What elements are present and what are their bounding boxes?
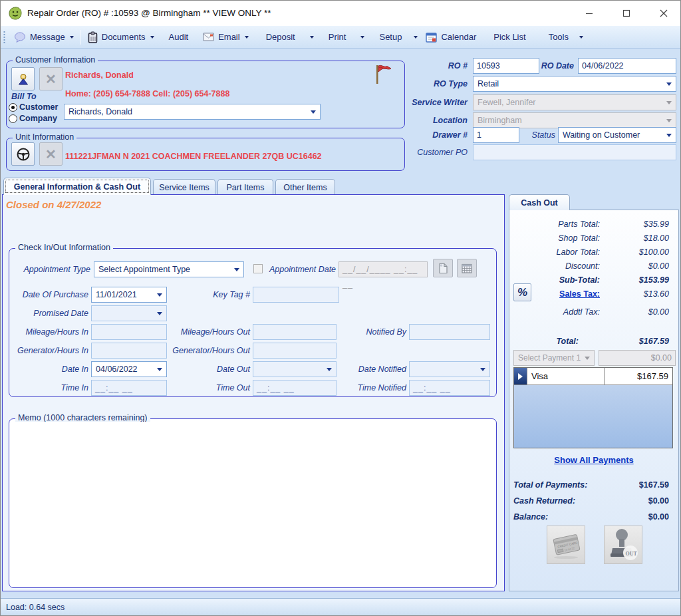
tab-other-items[interactable]: Other Items	[275, 179, 335, 195]
documents-dropdown-arrow-icon[interactable]	[150, 36, 154, 39]
print-label: Print	[329, 32, 346, 42]
appointment-date-field: __/__/____ __:__ __	[339, 261, 428, 277]
date-in-arrow-icon[interactable]	[157, 368, 162, 371]
sub-total-label: Sub-Total:	[559, 275, 600, 285]
audit-button[interactable]: Audit	[165, 29, 193, 46]
minimize-button[interactable]	[574, 1, 605, 26]
time-out-field[interactable]: __:__ __	[253, 380, 337, 396]
show-all-payments-link[interactable]: Show All Payments	[509, 455, 678, 465]
tab-general-information[interactable]: General Information & Cash Out	[3, 178, 151, 195]
date-of-purchase-combo[interactable]: 11/01/2021	[91, 287, 167, 303]
message-dropdown-arrow-icon[interactable]	[70, 36, 74, 39]
radio-customer-icon[interactable]	[9, 103, 17, 112]
tab-part-items[interactable]: Part Items	[217, 179, 273, 195]
generator-in-label: Generator/Hours In	[1, 343, 88, 359]
tab-other-label: Other Items	[283, 183, 327, 192]
toolbar-separator	[80, 30, 81, 45]
discount-value: $0.00	[648, 261, 669, 271]
payment-amount-cell[interactable]: $167.59	[605, 368, 672, 385]
customer-po-field[interactable]	[473, 144, 676, 160]
ro-date-field[interactable]	[578, 58, 676, 74]
print-dropdown-arrow-icon[interactable]	[360, 36, 364, 39]
setup-menu[interactable]: Setup	[375, 29, 422, 46]
tab-service-items[interactable]: Service Items	[153, 179, 215, 195]
deposit-menu[interactable]: Deposit	[262, 29, 318, 46]
sales-tax-percent-button[interactable]: %	[513, 283, 531, 301]
pick-list-button[interactable]: Pick List	[489, 29, 529, 46]
promised-date-label: Promised Date	[7, 305, 88, 321]
mileage-out-field[interactable]	[253, 324, 337, 340]
tools-menu[interactable]: Tools	[545, 29, 587, 46]
key-tag-label: Key Tag #	[170, 287, 250, 303]
appointment-new-doc-button	[433, 259, 453, 277]
sales-tax-link[interactable]: Sales Tax:	[559, 289, 600, 299]
drawer-label: Drawer #	[401, 127, 468, 143]
row-selector-cell[interactable]	[514, 368, 527, 385]
payment-method-cell[interactable]: Visa	[527, 368, 605, 385]
generator-out-field[interactable]	[253, 343, 337, 359]
documents-menu[interactable]: Documents	[84, 29, 158, 46]
documents-label: Documents	[102, 32, 146, 42]
bill-to-company-option[interactable]: Company	[9, 114, 57, 123]
calendar-icon	[426, 32, 437, 43]
calendar-button[interactable]: Calendar	[422, 29, 480, 46]
ro-type-combo[interactable]: Retail	[473, 76, 676, 92]
tools-label: Tools	[549, 32, 569, 42]
date-in-combo[interactable]: 04/06/2022	[91, 361, 167, 377]
date-notified-arrow-icon[interactable]	[480, 368, 485, 371]
credit-card-button: CREDIT CARD 10 64 22	[547, 526, 585, 564]
promised-date-arrow-icon[interactable]	[157, 312, 162, 315]
status-combo[interactable]: Waiting on Customer	[558, 127, 676, 143]
labor-total-value: $100.00	[639, 247, 669, 257]
time-in-field[interactable]: __:__ __	[91, 380, 167, 396]
date-notified-combo[interactable]	[409, 361, 490, 377]
customer-lookup-button[interactable]	[11, 67, 35, 90]
payment-row[interactable]: Visa $167.59	[514, 368, 672, 385]
unit-lookup-button[interactable]	[11, 142, 35, 166]
generator-in-field[interactable]	[91, 343, 167, 359]
ro-number-label: RO #	[401, 58, 468, 74]
shop-total-label: Shop Total:	[558, 233, 600, 243]
status-label: Status	[506, 127, 555, 143]
check-in-out-legend: Check In/Out Information	[15, 243, 113, 252]
customer-po-label: Customer PO	[401, 144, 468, 160]
tools-dropdown-arrow-icon[interactable]	[579, 36, 583, 39]
status-bar: Load: 0.64 secs	[1, 598, 680, 616]
promised-date-combo[interactable]	[91, 305, 167, 321]
status-arrow-icon[interactable]	[666, 134, 672, 137]
message-menu[interactable]: Message	[10, 29, 78, 46]
memo-textarea[interactable]	[12, 422, 493, 585]
close-button[interactable]	[648, 1, 679, 26]
appointment-type-combo[interactable]: Select Appointment Type	[94, 261, 244, 277]
date-out-combo[interactable]	[253, 361, 337, 377]
print-menu[interactable]: Print	[325, 29, 369, 46]
bill-to-customer-option[interactable]: Customer	[9, 102, 58, 112]
key-tag-field[interactable]	[253, 287, 339, 303]
alert-flag-icon[interactable]	[373, 63, 396, 85]
mileage-in-field[interactable]	[91, 324, 167, 340]
notified-by-field[interactable]	[409, 324, 490, 340]
customer-selector-arrow-icon[interactable]	[311, 110, 316, 114]
deposit-dropdown-arrow-icon[interactable]	[310, 36, 314, 39]
email-dropdown-arrow-icon[interactable]	[245, 36, 249, 39]
cash-returned-value: $0.00	[648, 496, 669, 506]
message-label: Message	[30, 32, 65, 42]
cash-out-tab[interactable]: Cash Out	[509, 194, 570, 210]
setup-dropdown-arrow-icon[interactable]	[414, 36, 418, 39]
toolbar-grip[interactable]	[3, 30, 6, 45]
date-of-purchase-arrow-icon[interactable]	[157, 293, 162, 297]
customer-selector-combo[interactable]: Richards, Donald	[64, 104, 321, 120]
maximize-button[interactable]	[611, 1, 642, 26]
customer-name-text: Richards, Donald	[65, 67, 134, 83]
service-writer-value: Fewell, Jennifer	[477, 98, 666, 107]
time-notified-field[interactable]: __:__ __	[409, 380, 490, 396]
labor-total-label: Labor Total:	[556, 247, 600, 257]
row-arrow-icon	[518, 373, 523, 380]
date-out-label: Date Out	[170, 361, 250, 377]
customer-clear-button: ✕	[39, 67, 63, 90]
message-balloon-icon	[14, 32, 26, 43]
appointment-type-arrow-icon[interactable]	[234, 268, 239, 271]
radio-company-icon[interactable]	[9, 114, 17, 123]
email-menu[interactable]: Email	[199, 29, 253, 46]
ro-type-arrow-icon[interactable]	[666, 82, 672, 86]
